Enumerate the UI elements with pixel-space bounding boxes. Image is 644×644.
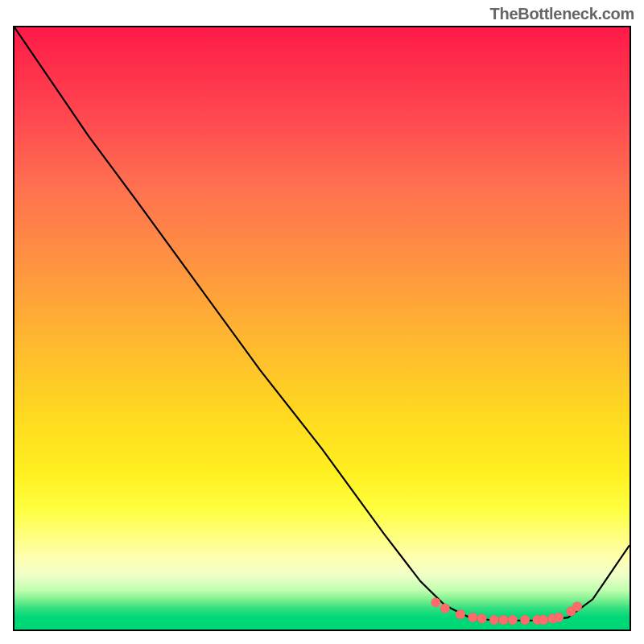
- curve-overlay: [14, 27, 630, 630]
- data-dot: [572, 602, 582, 612]
- data-dot: [508, 615, 518, 625]
- bottleneck-curve: [14, 27, 630, 621]
- data-dot: [468, 613, 477, 622]
- data-dot: [520, 615, 530, 625]
- chart-area: [13, 26, 631, 631]
- data-dot: [456, 609, 465, 619]
- data-dot: [431, 597, 440, 607]
- data-dot: [477, 614, 487, 624]
- data-dot: [554, 613, 564, 622]
- watermark-text: TheBottleneck.com: [490, 5, 634, 23]
- data-dot: [539, 615, 548, 625]
- data-dot: [498, 615, 508, 625]
- data-dots: [431, 597, 582, 625]
- data-dot: [489, 615, 499, 625]
- data-dot: [440, 604, 450, 613]
